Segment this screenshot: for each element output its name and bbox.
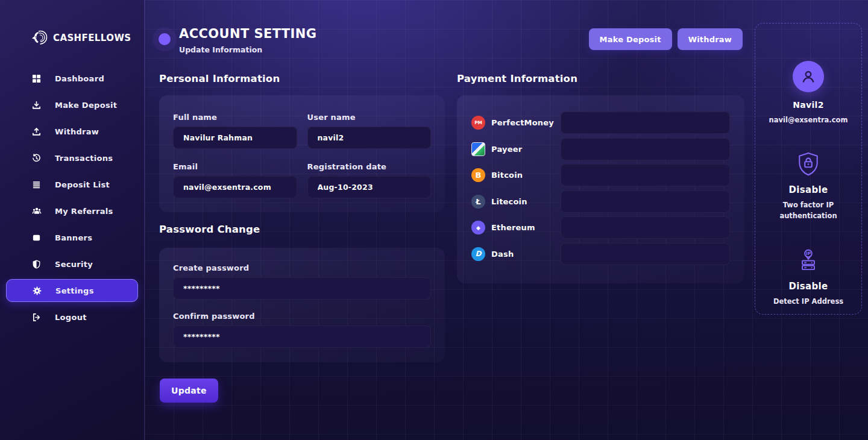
litecoin-glyph: Ł	[476, 197, 480, 206]
payment-row-ethereum: ◆ Ethereum	[471, 216, 730, 239]
page-subtitle: Update Information	[179, 45, 316, 54]
shield-icon	[31, 260, 42, 269]
banner-icon	[31, 233, 42, 242]
history-icon	[31, 154, 42, 163]
deposit-icon	[31, 101, 42, 110]
sidebar-item-label: Transactions	[55, 154, 113, 163]
two-factor-label: Two factor IP authentication	[772, 200, 844, 222]
update-button[interactable]: Update	[160, 379, 218, 403]
sidebar-item-deposit-list[interactable]: Deposit List	[0, 171, 144, 198]
dash-glyph: D	[476, 250, 482, 258]
sidebar-item-label: Make Deposit	[55, 101, 117, 110]
lion-logo-icon	[30, 29, 48, 47]
sidebar-item-label: Settings	[55, 286, 94, 295]
detect-ip-status[interactable]: Disable	[789, 281, 828, 292]
dash-icon: D	[471, 247, 485, 261]
payment-row-bitcoin: B Bitcoin	[471, 164, 730, 186]
sidebar-nav: Dashboard Make Deposit Withdraw Transact…	[0, 65, 144, 330]
gear-icon	[32, 286, 42, 295]
confirm-password-label: Confirm password	[173, 312, 431, 321]
payeer-input[interactable]	[561, 138, 730, 160]
users-icon	[31, 207, 42, 216]
registration-date-input[interactable]	[307, 176, 432, 198]
page-title: ACCOUNT SETTING	[179, 27, 316, 41]
sidebar-item-security[interactable]: Security	[0, 251, 144, 277]
litecoin-input[interactable]	[561, 190, 730, 213]
user-name-input[interactable]	[307, 127, 432, 149]
avatar	[793, 61, 824, 92]
email-field: Email	[173, 162, 297, 198]
create-password-field: Create password	[173, 263, 431, 300]
profile-name: Navil2	[793, 100, 823, 110]
personal-info-card: Full name User name Email Registration d…	[159, 95, 445, 212]
detect-ip-icon[interactable]: IP	[797, 248, 820, 276]
sidebar-item-settings[interactable]: Settings	[6, 279, 138, 302]
ethereum-input[interactable]	[561, 216, 730, 239]
registration-date-label: Registration date	[307, 162, 432, 171]
password-change-heading: Password Change	[159, 224, 260, 235]
full-name-field: Full name	[173, 113, 297, 149]
dash-input[interactable]	[561, 243, 730, 265]
logout-icon	[31, 313, 42, 322]
make-deposit-button[interactable]: Make Deposit	[589, 28, 672, 50]
personal-info-heading: Personal Information	[159, 73, 280, 84]
dashboard-icon	[31, 74, 42, 83]
sidebar-item-banners[interactable]: Banners	[0, 224, 144, 251]
payment-row-litecoin: Ł Litecoin	[471, 190, 730, 213]
sidebar: CASHFELLOWS Dashboard Make Deposit Withd…	[0, 0, 145, 440]
litecoin-icon: Ł	[471, 195, 485, 209]
email-input[interactable]	[173, 176, 297, 198]
list-icon	[31, 180, 42, 189]
user-name-field: User name	[307, 113, 432, 149]
sidebar-item-withdraw[interactable]: Withdraw	[0, 118, 144, 145]
brand-name: CASHFELLOWS	[53, 33, 131, 43]
svg-text:IP: IP	[806, 251, 811, 256]
account-setting-page: CASHFELLOWS Dashboard Make Deposit Withd…	[0, 0, 868, 440]
payment-row-perfectmoney: PM PerfectMoney	[471, 112, 730, 134]
perfectmoney-input[interactable]	[561, 112, 730, 134]
brand[interactable]: CASHFELLOWS	[0, 0, 144, 47]
sidebar-item-label: Withdraw	[55, 127, 99, 136]
payment-row-payeer: Payeer	[471, 138, 730, 160]
sidebar-item-label: Dashboard	[55, 74, 104, 83]
payment-method-name: PerfectMoney	[491, 118, 554, 127]
accent-dot	[159, 33, 171, 45]
full-name-label: Full name	[173, 113, 297, 122]
shield-lock-icon[interactable]	[797, 152, 820, 180]
sidebar-item-label: Logout	[55, 313, 87, 322]
perfectmoney-icon: PM	[471, 116, 485, 130]
bitcoin-input[interactable]	[561, 164, 730, 186]
create-password-input[interactable]	[173, 277, 431, 300]
user-name-label: User name	[307, 113, 432, 122]
sidebar-item-make-deposit[interactable]: Make Deposit	[0, 92, 144, 118]
email-label: Email	[173, 162, 297, 171]
registration-date-field: Registration date	[307, 162, 432, 198]
sidebar-item-label: Banners	[55, 233, 92, 242]
withdraw-button[interactable]: Withdraw	[678, 28, 743, 50]
payment-info-card: PM PerfectMoney Payeer B Bitcoin	[457, 95, 744, 283]
payment-method-name: Ethereum	[491, 223, 535, 232]
bitcoin-icon: B	[471, 168, 485, 182]
main-content: ACCOUNT SETTING Update Information Make …	[145, 0, 868, 440]
payment-method-name: Dash	[491, 250, 514, 259]
confirm-password-field: Confirm password	[173, 312, 431, 348]
sidebar-item-my-referrals[interactable]: My Referrals	[0, 198, 144, 224]
sidebar-item-logout[interactable]: Logout	[0, 304, 144, 330]
sidebar-item-transactions[interactable]: Transactions	[0, 145, 144, 171]
confirm-password-input[interactable]	[173, 325, 431, 348]
full-name-input[interactable]	[173, 127, 297, 149]
payment-row-dash: D Dash	[471, 243, 730, 265]
two-factor-status[interactable]: Disable	[789, 184, 828, 195]
sidebar-item-label: Deposit List	[55, 180, 110, 189]
payment-method-name: Litecoin	[491, 197, 527, 206]
password-change-card: Create password Confirm password	[159, 248, 445, 362]
ethereum-icon: ◆	[471, 221, 485, 234]
profile-email: navil@exsentra.com	[769, 116, 848, 124]
page-header: ACCOUNT SETTING Update Information	[179, 27, 316, 54]
create-password-label: Create password	[173, 263, 431, 272]
detect-ip-label: Detect IP Address	[773, 297, 843, 307]
sidebar-item-dashboard[interactable]: Dashboard	[0, 65, 144, 92]
sidebar-item-label: Security	[55, 260, 93, 269]
header-actions: Make Deposit Withdraw	[589, 28, 743, 50]
perfectmoney-glyph: PM	[474, 120, 482, 125]
